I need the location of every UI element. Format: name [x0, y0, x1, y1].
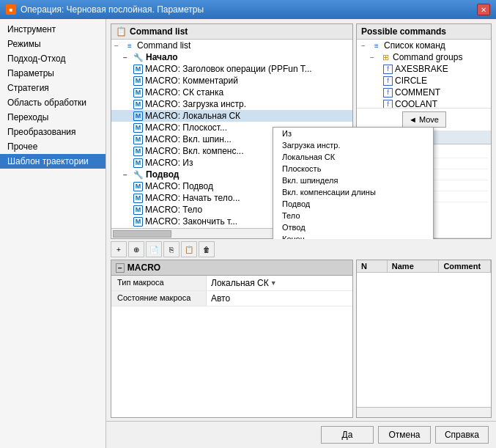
- tree-item-5-label: MACRO: Локальная СК: [145, 111, 240, 121]
- table-scrollbar[interactable]: [357, 407, 491, 417]
- tree-item-1-label: MACRO: Заголовок операции (PPFun T...: [145, 64, 312, 74]
- toolbar-paste[interactable]: 📋: [181, 241, 197, 257]
- toolbar-copy[interactable]: ⎘: [163, 241, 179, 257]
- sidebar-item-approach[interactable]: Подход-Отход: [0, 51, 106, 66]
- dropdown-item-8[interactable]: Отвод: [273, 221, 433, 233]
- tree-item-9-label: MACRO: Из: [145, 158, 193, 168]
- tree-item-4-label: MACRO: Загрузка инстр.: [145, 99, 246, 109]
- hscroll-thumb[interactable]: [113, 230, 171, 238]
- dropdown-item-6[interactable]: Подвод: [273, 198, 433, 210]
- expand-icon-start: −: [123, 54, 132, 62]
- sidebar-item-regimes[interactable]: Режимы: [0, 37, 106, 51]
- possible-item-1[interactable]: f CIRCLE: [357, 75, 491, 87]
- list-icon: 📋: [116, 26, 127, 37]
- sidebar: Инструмент Режимы Подход-Отход Параметры…: [0, 19, 106, 448]
- main-toolbar: + ⊕ 📄 ⎘ 📋 🗑: [106, 239, 496, 260]
- tree-item-5-selected[interactable]: M MACRO: Локальная СК: [111, 110, 352, 122]
- sidebar-item-strategy[interactable]: Стратегия: [0, 81, 106, 95]
- macro-icon-1: M: [133, 65, 143, 74]
- macro-value-0[interactable]: Локальная СК ▼: [207, 276, 352, 290]
- sidebar-item-params[interactable]: Параметры: [0, 66, 106, 81]
- sidebar-item-other[interactable]: Прочее: [0, 139, 106, 154]
- item-icon-1: f: [383, 76, 393, 86]
- macro-icon-3: M: [133, 88, 143, 98]
- possible-item-0[interactable]: f AXESBRAKE: [357, 63, 491, 75]
- macro-label-0: Тип макроса: [111, 276, 207, 290]
- tree-item-3[interactable]: M MACRO: СК станка: [111, 87, 352, 98]
- macro-icon-p1: M: [133, 182, 143, 191]
- macro-row-1: Состояние макроса Авто: [111, 291, 352, 306]
- cancel-button[interactable]: Отмена: [378, 426, 431, 444]
- macro-icon-p2: M: [133, 194, 143, 203]
- item-icon-0: f: [383, 65, 393, 74]
- ok-button[interactable]: Да: [321, 426, 374, 444]
- command-list-title: Command list: [130, 26, 188, 37]
- macro-collapse-icon[interactable]: −: [116, 263, 125, 273]
- dropdown-item-2[interactable]: Локальная СК: [273, 151, 433, 163]
- help-button[interactable]: Справка: [435, 426, 489, 444]
- possible-item-2[interactable]: f COMMENT: [357, 87, 491, 98]
- dropdown-item-9[interactable]: Конец: [273, 233, 433, 239]
- tree-item-2[interactable]: M MACRO: Комментарий: [111, 75, 352, 87]
- dropdown-arrow-0[interactable]: ▼: [270, 279, 277, 287]
- top-panels: 📋 Command list − ≡ Command list − 🔧 Нача…: [106, 19, 496, 239]
- macro-icon-8: M: [133, 147, 143, 156]
- possible-commands-content[interactable]: − ≡ Список команд − ⊞ Command groups f A…: [357, 40, 491, 108]
- dropdown-item-7[interactable]: Тело: [273, 210, 433, 221]
- macro-value-0-text: Локальная СК: [211, 278, 269, 288]
- dropdown-menu: Из Загрузка инстр. Локальная СК Плоскост…: [273, 127, 434, 239]
- expand-root: −: [361, 42, 370, 50]
- macro-value-1: Авто: [207, 291, 352, 306]
- right-table-header: N Name Comment: [357, 260, 491, 273]
- macro-icon-9: M: [133, 158, 143, 168]
- section-start-label: Начало: [146, 52, 177, 62]
- tree-section-start[interactable]: − 🔧 Начало: [111, 51, 352, 63]
- sidebar-item-transitions[interactable]: Переходы: [0, 110, 106, 125]
- possible-commands-title: Possible commands: [361, 26, 446, 37]
- title-bar-left: ■ Операция: Черновая послойная. Параметр…: [6, 4, 204, 15]
- right-table-body: [357, 273, 491, 407]
- dropdown-item-0[interactable]: Из: [273, 128, 433, 139]
- tree-item-7-label: MACRO: Вкл. шпин...: [145, 134, 232, 144]
- move-button[interactable]: ◄ Move: [402, 111, 446, 128]
- possible-groups-label: Command groups: [393, 52, 462, 62]
- sidebar-item-instrument[interactable]: Инструмент: [0, 22, 106, 37]
- macro-header: − MACRO: [111, 260, 352, 276]
- title-bar: ■ Операция: Черновая послойная. Параметр…: [0, 0, 496, 19]
- toolbar-delete[interactable]: 🗑: [199, 241, 215, 257]
- possible-item-3[interactable]: f COOLANT: [357, 98, 491, 108]
- dropdown-item-3[interactable]: Плоскость: [273, 163, 433, 175]
- section-approach-label: Подвод: [146, 169, 179, 180]
- possible-item-0-label: AXESBRAKE: [395, 64, 448, 74]
- tree-item-1[interactable]: M MACRO: Заголовок операции (PPFun T...: [111, 63, 352, 75]
- dropdown-item-4[interactable]: Вкл. шпинделя: [273, 175, 433, 186]
- item-icon-2: f: [383, 88, 393, 98]
- tree-item-8-label: MACRO: Вкл. компенс...: [145, 146, 244, 156]
- sidebar-item-template[interactable]: Шаблон траектории: [0, 154, 106, 169]
- dropdown-item-5[interactable]: Вкл. компенсации длины: [273, 186, 433, 198]
- macro-icon-2: M: [133, 76, 143, 86]
- tree-item-4[interactable]: M MACRO: Загрузка инстр.: [111, 98, 352, 110]
- possible-groups[interactable]: − ⊞ Command groups: [357, 51, 491, 63]
- tree-root-label: Command list: [137, 40, 190, 51]
- command-list-header: 📋 Command list: [111, 24, 352, 40]
- list-icon-root: ≡: [125, 40, 135, 51]
- tree-item-p2-label: MACRO: Начать тело...: [145, 193, 240, 203]
- possible-root[interactable]: − ≡ Список команд: [357, 40, 491, 51]
- tree-item-p1-label: MACRO: Подвод: [145, 181, 213, 191]
- tree-root[interactable]: − ≡ Command list: [111, 40, 352, 51]
- dropdown-item-1[interactable]: Загрузка инстр.: [273, 139, 433, 151]
- col-name: Name: [388, 260, 440, 272]
- folder-icon-start: 🔧: [133, 52, 144, 62]
- sidebar-item-transforms[interactable]: Преобразования: [0, 125, 106, 139]
- macro-panel: − MACRO Тип макроса Локальная СК ▼ Состо…: [111, 260, 353, 418]
- footer: Да Отмена Справка: [106, 421, 496, 448]
- sidebar-item-area[interactable]: Область обработки: [0, 95, 106, 110]
- possible-item-1-label: CIRCLE: [395, 76, 427, 86]
- toolbar-add2[interactable]: ⊕: [128, 241, 144, 257]
- macro-icon-p3: M: [133, 205, 143, 215]
- toolbar-doc[interactable]: 📄: [146, 241, 162, 257]
- toolbar-add[interactable]: +: [111, 241, 127, 257]
- macro-icon-p4: M: [133, 217, 143, 227]
- close-button[interactable]: ✕: [477, 4, 490, 15]
